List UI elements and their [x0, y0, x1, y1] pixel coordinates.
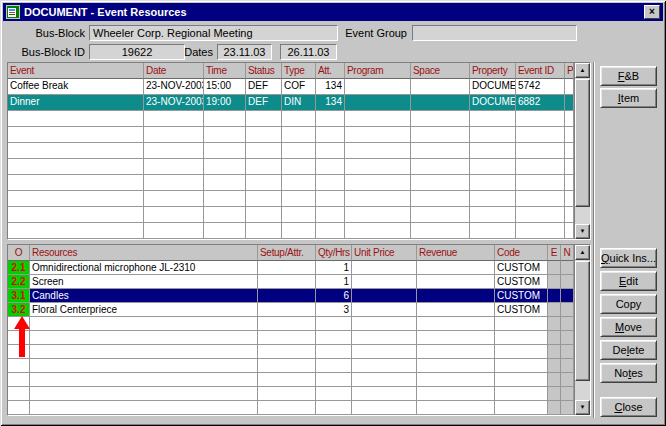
scrollbar-thumb[interactable]	[575, 79, 590, 207]
grid-cell: Omnidirectional microphone JL-2310	[30, 261, 258, 275]
event-row[interactable]: Coffee Break23-NOV-200315:00DEFCOF134DOC…	[8, 79, 590, 95]
grid-cell	[258, 275, 316, 289]
grid-cell	[8, 401, 30, 415]
grid-cell	[561, 303, 574, 317]
grid-cell	[258, 331, 316, 345]
grid-cell	[282, 207, 316, 223]
column-header-unit-price[interactable]: Unit Price	[352, 245, 417, 261]
date-from-field[interactable]: 23.11.03	[217, 44, 272, 60]
grid-cell	[417, 317, 495, 331]
grid-cell	[345, 79, 411, 95]
event-group-label: Event Group	[330, 27, 407, 41]
edit-button[interactable]: Edit	[600, 271, 657, 291]
grid-cell	[282, 175, 316, 191]
empty-row	[8, 317, 590, 331]
column-header-e[interactable]: E	[548, 245, 561, 261]
grid-cell	[548, 261, 561, 275]
grid-cell	[258, 373, 316, 387]
column-header-space[interactable]: Space	[411, 63, 470, 79]
grid-cell: Candles	[30, 289, 258, 303]
notes-button[interactable]: Notes	[600, 363, 657, 383]
column-header-time[interactable]: Time	[204, 63, 246, 79]
column-header-n[interactable]: N	[561, 245, 574, 261]
grid-cell	[8, 143, 144, 159]
grid-cell	[204, 191, 246, 207]
grid-cell: Floral Centerpriece	[30, 303, 258, 317]
grid-cell	[8, 127, 144, 143]
column-header-type[interactable]: Type	[282, 63, 316, 79]
column-header-o[interactable]: O	[8, 245, 30, 261]
grid-cell	[470, 223, 516, 239]
column-header-att-[interactable]: Att.	[316, 63, 345, 79]
event-row[interactable]: Dinner23-NOV-200319:00DEFDIN134DOCUMENT6…	[8, 95, 590, 111]
grid-cell	[352, 275, 417, 289]
grid-cell	[495, 401, 548, 415]
resource-row[interactable]: 3.1Candles6CUSTOM	[8, 289, 590, 303]
move-button[interactable]: Move	[600, 317, 657, 337]
title-bar[interactable]: DOCUMENT - Event Resources ×	[3, 3, 663, 21]
column-header-setup-attr-[interactable]: Setup/Attr.	[258, 245, 316, 261]
grid-cell: 3.2	[8, 303, 30, 317]
grid-cell	[565, 175, 574, 191]
column-header-program[interactable]: Program	[345, 63, 411, 79]
scrollbar-thumb[interactable]	[575, 261, 590, 381]
grid-cell	[561, 359, 574, 373]
quick-ins-button[interactable]: Quick Ins...	[600, 248, 657, 268]
grid-cell	[246, 143, 282, 159]
event-scrollbar[interactable]: ▲ ▼	[574, 63, 590, 239]
resource-row[interactable]: 3.2Floral Centerpriece3CUSTOM	[8, 303, 590, 317]
empty-row	[8, 401, 590, 415]
resource-row[interactable]: 2.2Screen1CUSTOM	[8, 275, 590, 289]
grid-cell	[352, 401, 417, 415]
scroll-up-icon[interactable]: ▲	[575, 63, 590, 78]
grid-cell	[316, 317, 352, 331]
grid-cell: Screen	[30, 275, 258, 289]
column-header-property[interactable]: Property	[470, 63, 516, 79]
grid-cell	[282, 223, 316, 239]
grid-cell	[144, 223, 204, 239]
close-icon[interactable]: ×	[644, 5, 660, 19]
close-button[interactable]: Close	[600, 397, 657, 417]
resource-scrollbar[interactable]: ▲ ▼	[574, 245, 590, 415]
grid-cell: CUSTOM	[495, 275, 548, 289]
column-header-qty-hrs[interactable]: Qty/Hrs	[316, 245, 352, 261]
grid-cell	[8, 191, 144, 207]
grid-cell	[258, 261, 316, 275]
resource-row[interactable]: 2.1Omnidirectional microphone JL-23101CU…	[8, 261, 590, 275]
resource-table: ▲ ▼ OResourcesSetup/Attr.Qty/HrsUnit Pri…	[7, 244, 591, 416]
grid-cell	[417, 275, 495, 289]
grid-cell	[352, 331, 417, 345]
column-header-event[interactable]: Event	[8, 63, 144, 79]
column-header-p[interactable]: P	[565, 63, 574, 79]
scroll-down-icon[interactable]: ▼	[575, 400, 590, 415]
grid-cell	[548, 387, 561, 401]
column-header-event-id[interactable]: Event ID	[516, 63, 565, 79]
app-icon	[6, 5, 20, 19]
scroll-down-icon[interactable]: ▼	[575, 224, 590, 239]
grid-cell	[411, 95, 470, 111]
fb-button[interactable]: F&B	[600, 66, 657, 86]
column-header-revenue[interactable]: Revenue	[417, 245, 495, 261]
grid-cell: 1	[316, 261, 352, 275]
event-group-field[interactable]	[412, 25, 577, 41]
empty-row	[8, 345, 590, 359]
item-button[interactable]: Item	[600, 88, 657, 108]
column-header-status[interactable]: Status	[246, 63, 282, 79]
bus-block-field[interactable]: Wheeler Corp. Regional Meeting	[89, 25, 338, 41]
date-to-field[interactable]: 26.11.03	[280, 44, 337, 60]
column-header-code[interactable]: Code	[495, 245, 548, 261]
grid-cell	[144, 159, 204, 175]
column-header-date[interactable]: Date	[144, 63, 204, 79]
column-header-resources[interactable]: Resources	[30, 245, 258, 261]
grid-cell	[417, 401, 495, 415]
grid-cell	[516, 127, 565, 143]
grid-cell	[30, 331, 258, 345]
grid-cell	[565, 79, 574, 95]
scroll-up-icon[interactable]: ▲	[575, 245, 590, 260]
delete-button[interactable]: Delete	[600, 340, 657, 360]
copy-button[interactable]: Copy	[600, 294, 657, 314]
grid-cell	[345, 175, 411, 191]
grid-cell	[345, 223, 411, 239]
grid-cell	[470, 175, 516, 191]
grid-cell: 6882	[516, 95, 565, 111]
